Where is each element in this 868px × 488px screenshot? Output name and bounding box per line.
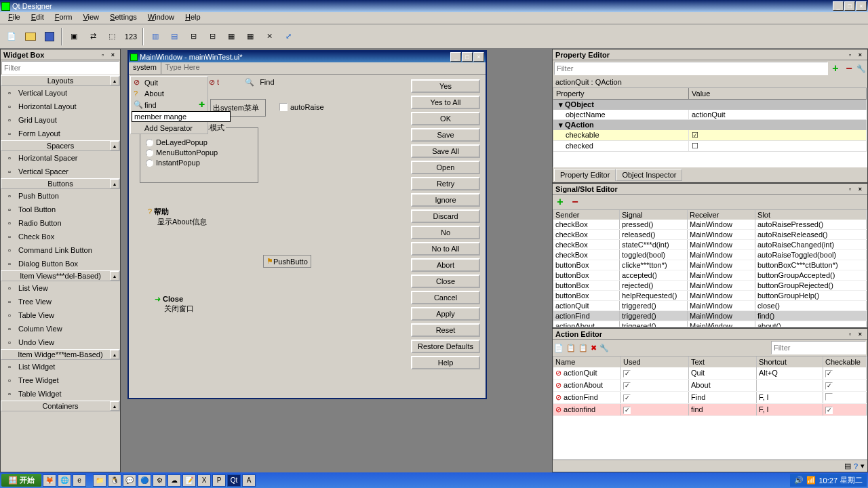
start-button[interactable]: 🪟 开始 [1,474,41,487]
widget-category[interactable]: Item Widge***tem-Based)▴ [1,349,120,360]
widget-item[interactable]: ▫Radio Button [1,216,120,230]
taskbar-app-13[interactable]: Qt [227,474,241,487]
toolbar-quit-icon[interactable]: ⊘ t [209,78,219,87]
form-designer-window[interactable]: MainWindow - mainWinTest.ui* _ □ × syste… [127,50,487,399]
dialog-button[interactable]: OK [411,112,480,125]
close-panel-button[interactable]: × [108,50,117,59]
commandlink-close[interactable]: ➜ Close 关闭窗口 [155,295,194,314]
widget-category[interactable]: Layouts▴ [1,75,120,86]
property-row[interactable]: checked☐ [553,141,867,152]
widget-item[interactable]: ▫Check Box [1,230,120,243]
property-filter-input[interactable] [554,62,828,75]
sig-close-icon[interactable]: × [856,184,865,193]
form-min-button[interactable]: _ [450,52,461,62]
dialog-button[interactable]: Yes [411,79,480,93]
widget-category[interactable]: Buttons▴ [1,178,120,189]
signal-row[interactable]: checkBoxstateC***d(int)MainWindowautoRai… [553,240,867,250]
widget-item[interactable]: ▫List Widget [1,360,120,373]
dialog-button[interactable]: Retry [411,177,480,190]
taskbar-app-5[interactable]: 🐧 [108,474,121,487]
taskbar-app-6[interactable]: 💬 [123,474,136,487]
taskbar-app-9[interactable]: ☁ [167,474,181,487]
dialog-button[interactable]: No to All [411,242,480,256]
dialog-button[interactable]: Close [411,274,480,288]
signal-row[interactable]: checkBoxtoggled(bool)MainWindowautoRaise… [553,250,867,260]
act-close-icon[interactable]: × [856,329,865,338]
taskbar-app-3[interactable]: e [73,474,86,487]
widget-item[interactable]: ▫Push Button [1,189,120,203]
widget-item[interactable]: ▫Tree Widget [1,373,120,387]
delete-action-icon[interactable]: ✖ [591,344,597,352]
dialog-button[interactable]: Apply [411,307,480,321]
new-action-icon[interactable]: 📄 [554,344,564,352]
configure-icon[interactable]: 🔧 [599,344,609,352]
dialog-button[interactable]: Abort [411,258,480,272]
dialog-button[interactable]: Cancel [411,291,480,304]
menu-edit[interactable]: Edit [26,12,50,24]
remove-signal-icon[interactable]: − [569,196,581,208]
break-layout-button[interactable]: ⨯ [260,28,278,45]
menu-window[interactable]: Window [142,12,180,24]
widget-category[interactable]: Spacers▴ [1,140,120,151]
dialog-button[interactable]: Yes to All [411,96,480,109]
taskbar-app-2[interactable]: 🌐 [58,474,71,487]
signal-table[interactable]: SenderSignalReceiverSlot checkBoxpressed… [553,209,867,327]
dialog-button[interactable]: Help [411,356,480,369]
signal-row[interactable]: buttonBoxaccepted()MainWindowbuttonGroup… [553,270,867,281]
widget-category[interactable]: Containers▴ [1,401,120,411]
menu-icon[interactable]: ▾ [861,462,865,470]
minimize-button[interactable]: _ [833,1,844,11]
adjust-size-button[interactable]: ⤢ [279,28,297,45]
signal-row[interactable]: actionFindtriggered()MainWindowfind() [553,311,867,321]
widget-category[interactable]: Item Views***del-Based)▴ [1,270,120,281]
pushbutton-widget[interactable]: ⚑PushButto [263,255,311,268]
property-table[interactable]: PropertyValue ▾ QObjectobjectNameactionQ… [553,87,867,167]
action-row[interactable]: ⊘ actionFind✓FindF, I [553,392,867,404]
signal-row[interactable]: buttonBoxrejected()MainWindowbuttonGroup… [553,281,867,291]
form-menubar[interactable]: system Type Here [129,62,486,75]
paste-action-icon[interactable]: 📋 [578,344,588,352]
action-row[interactable]: ⊘ actionAbout✓About✓ [553,380,867,392]
edit-buddies-button[interactable]: ⬚ [103,28,121,45]
widget-item[interactable]: ▫Undo View [1,336,120,349]
layout-hs-button[interactable]: ⊟ [184,28,202,45]
dialog-button[interactable]: Restore Defaults [411,340,480,353]
taskbar-app-7[interactable]: 🔵 [138,474,151,487]
save-button[interactable] [41,28,58,45]
radio-instant[interactable]: InstantPopup [146,159,252,167]
taskbar-app-14[interactable]: A [242,474,256,487]
menu-item-find[interactable]: 🔍find✚ [131,99,208,110]
dialog-button[interactable]: Ignore [411,193,480,207]
menu-file[interactable]: File [3,12,26,24]
menu-form[interactable]: Form [50,12,78,24]
taskbar-app-1[interactable]: 🦊 [43,474,56,487]
action-filter-input[interactable] [771,341,866,354]
add-signal-icon[interactable]: + [554,196,566,208]
edit-signals-button[interactable]: ⇄ [84,28,102,45]
layout-v-button[interactable]: ▤ [165,28,183,45]
menu-settings[interactable]: Settings [104,12,142,24]
help-icon[interactable]: ? [854,462,858,470]
dialog-button[interactable]: Reset [411,323,480,337]
widget-item[interactable]: ▫Dialog Button Box [1,257,120,270]
widget-item[interactable]: ▫Command Link Button [1,243,120,257]
form-close-button[interactable]: × [473,52,484,62]
taskbar-app-4[interactable]: 📁 [93,474,106,487]
widget-item[interactable]: ▫Vertical Layout [1,86,120,100]
sig-dock-icon[interactable]: ▫ [846,184,854,193]
act-dock-icon[interactable]: ▫ [846,329,854,338]
widget-item[interactable]: ▫Table Widget [1,387,120,401]
menu-view[interactable]: View [77,12,104,24]
edit-tab-order-button[interactable]: 123 [122,28,140,45]
dialog-button[interactable]: Open [411,161,480,174]
copy-action-icon[interactable]: 📋 [566,344,576,352]
menu-help[interactable]: Help [180,12,206,24]
form-menu-typehere[interactable]: Type Here [161,62,204,74]
view-mode-icon[interactable]: ▤ [844,462,851,470]
add-property-icon[interactable]: + [829,62,842,75]
autoraise-checkbox[interactable]: autoRaise [279,103,324,111]
property-row[interactable]: objectNameactionQuit [553,110,867,120]
widget-item[interactable]: ▫Grid Layout [1,113,120,127]
widget-item[interactable]: ▫Vertical Spacer [1,165,120,178]
maximize-button[interactable]: □ [844,1,855,11]
